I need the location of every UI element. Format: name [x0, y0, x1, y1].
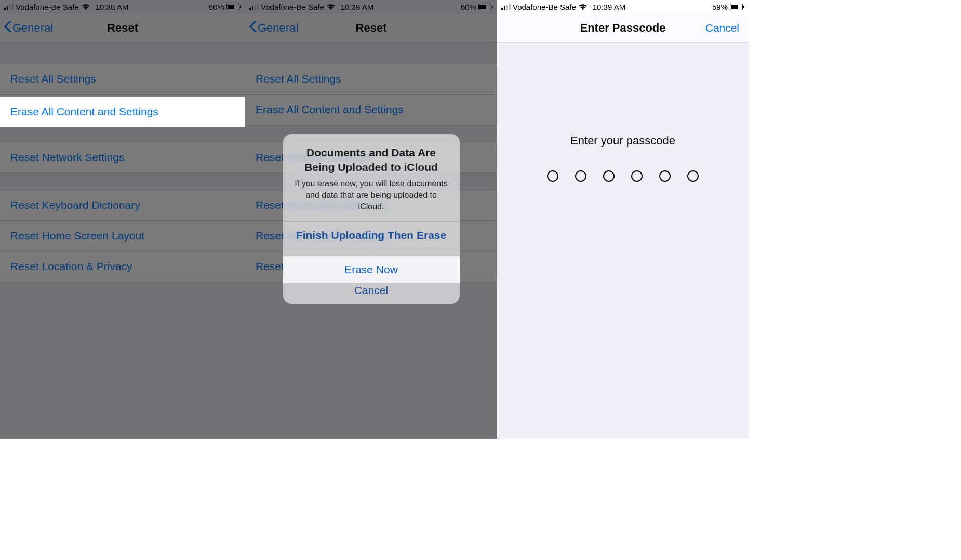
- svg-rect-14: [501, 8, 503, 10]
- nav-bar: General Reset: [245, 14, 497, 43]
- battery-percent-label: 59%: [712, 3, 728, 11]
- nav-title: Reset: [107, 21, 138, 35]
- alert-title: Documents and Data Are Being Uploaded to…: [292, 145, 450, 175]
- svg-rect-9: [255, 5, 256, 10]
- svg-rect-3: [12, 4, 14, 10]
- carrier-label: Vodafone-Be Safe: [261, 3, 324, 11]
- cellular-signal-icon: [4, 4, 14, 10]
- screen-enter-passcode: Vodafone-Be Safe 10:39 AM 59% Enter Pass…: [497, 0, 749, 439]
- status-bar: Vodafone-Be Safe 10:38 AM 60%: [0, 0, 245, 14]
- carrier-label: Vodafone-Be Safe: [513, 3, 576, 11]
- status-bar: Vodafone-Be Safe 10:39 AM 60%: [245, 0, 497, 14]
- reset-home-row[interactable]: Reset Home Screen Layout: [0, 221, 245, 251]
- clock-label: 10:38 AM: [96, 3, 128, 11]
- svg-rect-16: [506, 5, 508, 10]
- finish-uploading-button[interactable]: Finish Uploading Then Erase: [283, 221, 460, 249]
- passcode-dots[interactable]: [547, 170, 699, 182]
- svg-rect-12: [479, 5, 486, 9]
- svg-rect-7: [249, 8, 251, 10]
- wifi-icon: [578, 4, 588, 10]
- screen-reset-alert: Vodafone-Be Safe 10:39 AM 60% General: [245, 0, 497, 439]
- reset-all-settings-row[interactable]: Reset All Settings: [245, 63, 497, 95]
- svg-rect-15: [504, 6, 505, 10]
- svg-rect-6: [240, 6, 241, 8]
- battery-percent-label: 60%: [461, 3, 476, 11]
- battery-icon: [730, 4, 744, 10]
- erase-now-button[interactable]: Erase Now: [283, 256, 460, 283]
- chevron-left-icon: [249, 21, 257, 35]
- svg-rect-2: [9, 5, 11, 10]
- cellular-signal-icon: [501, 4, 511, 10]
- passcode-dot: [575, 170, 586, 182]
- svg-rect-10: [257, 4, 259, 10]
- erase-all-content-row-highlighted[interactable]: Erase All Content and Settings: [0, 97, 245, 127]
- passcode-body: Enter your passcode: [497, 43, 749, 439]
- erase-all-content-row[interactable]: Erase All Content and Settings: [245, 95, 497, 125]
- passcode-dot: [687, 170, 699, 182]
- chevron-left-icon: [4, 21, 11, 35]
- status-bar: Vodafone-Be Safe 10:39 AM 59%: [497, 0, 749, 14]
- battery-icon: [478, 4, 493, 10]
- reset-network-row[interactable]: Reset Network Settings: [0, 142, 245, 173]
- clock-label: 10:39 AM: [341, 3, 373, 11]
- svg-rect-5: [228, 5, 234, 9]
- back-label: General: [258, 21, 298, 35]
- carrier-label: Vodafone-Be Safe: [16, 3, 79, 11]
- wifi-icon: [81, 4, 90, 10]
- battery-icon: [226, 4, 241, 10]
- svg-rect-1: [7, 6, 8, 10]
- back-button[interactable]: General: [4, 21, 53, 35]
- svg-rect-20: [743, 6, 744, 8]
- passcode-prompt: Enter your passcode: [570, 134, 675, 148]
- clock-label: 10:39 AM: [593, 3, 625, 11]
- passcode-dot: [547, 170, 558, 182]
- reset-location-row[interactable]: Reset Location & Privacy: [0, 251, 245, 282]
- back-button[interactable]: General: [249, 21, 298, 35]
- cellular-signal-icon: [249, 4, 259, 10]
- passcode-dot: [631, 170, 643, 182]
- svg-rect-0: [4, 8, 6, 10]
- passcode-dot: [603, 170, 615, 182]
- passcode-dot: [659, 170, 671, 182]
- nav-title: Enter Passcode: [580, 21, 665, 35]
- reset-all-settings-row[interactable]: Reset All Settings: [0, 63, 245, 95]
- screen-reset-erase-highlight: Vodafone-Be Safe 10:38 AM 60% General: [0, 0, 245, 439]
- cancel-button[interactable]: Cancel: [705, 22, 739, 34]
- nav-title: Reset: [356, 21, 387, 35]
- nav-bar: Enter Passcode Cancel: [497, 14, 749, 43]
- reset-keyboard-row[interactable]: Reset Keyboard Dictionary: [0, 190, 245, 221]
- wifi-icon: [326, 4, 336, 10]
- alert-message: If you erase now, you will lose document…: [292, 178, 450, 213]
- svg-rect-8: [252, 6, 253, 10]
- svg-rect-17: [509, 4, 511, 10]
- battery-percent-label: 60%: [209, 3, 224, 11]
- svg-rect-19: [731, 5, 738, 9]
- back-label: General: [12, 21, 53, 35]
- nav-bar: General Reset: [0, 14, 245, 43]
- svg-rect-13: [492, 6, 493, 8]
